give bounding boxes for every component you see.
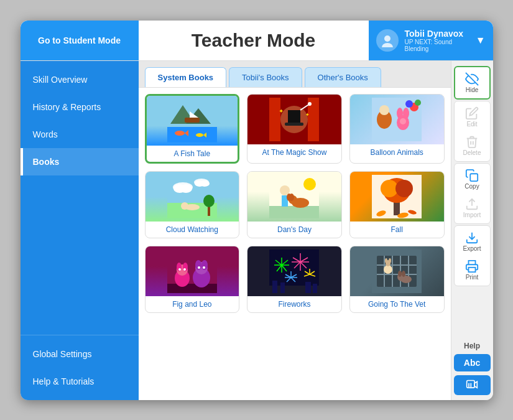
video-icon xyxy=(466,379,478,391)
app-window: Go to Student Mode Teacher Mode Tobii Dy… xyxy=(21,21,493,400)
svg-rect-107 xyxy=(305,282,311,293)
svg-point-36 xyxy=(180,184,192,193)
books-container: A Fish Tale xyxy=(139,87,451,400)
svg-rect-3 xyxy=(167,127,217,142)
svg-rect-45 xyxy=(269,206,319,218)
book-card-fireworks[interactable]: Fireworks xyxy=(247,246,342,313)
sidebar: Skill Overview History & Reports Words B… xyxy=(21,61,139,400)
svg-text:✦: ✦ xyxy=(305,112,310,118)
svg-point-71 xyxy=(198,266,200,269)
svg-point-123 xyxy=(398,271,402,277)
sidebar-item-books[interactable]: Books xyxy=(21,148,139,175)
books-grid: A Fish Tale xyxy=(145,94,445,313)
book-title-dans-day: Dan's Day xyxy=(274,222,315,238)
book-card-dans-day[interactable]: Dan's Day xyxy=(247,171,342,238)
svg-rect-108 xyxy=(313,284,317,293)
book-thumb-fall xyxy=(350,172,444,222)
svg-point-0 xyxy=(384,35,391,42)
book-card-cloud-watching[interactable]: Cloud Watching xyxy=(145,171,240,238)
user-details: Tobii Dynavox UP NEXT: Sound Blending xyxy=(405,29,469,52)
book-card-fall[interactable]: Fall xyxy=(349,171,445,238)
edit-button[interactable]: Edit xyxy=(457,104,488,130)
svg-point-46 xyxy=(303,178,316,190)
copy-button[interactable]: Copy xyxy=(457,166,488,192)
main-content: Skill Overview History & Reports Words B… xyxy=(21,61,493,400)
book-card-fig-leo[interactable]: Fig and Leo xyxy=(145,246,240,313)
edit-label: Edit xyxy=(466,121,477,128)
book-card-balloon-animals[interactable]: Balloon Animals xyxy=(349,94,445,164)
svg-rect-129 xyxy=(469,267,476,271)
help-label: Help xyxy=(464,342,480,350)
sidebar-item-help-tutorials[interactable]: Help & Tutorials xyxy=(21,368,139,395)
svg-point-39 xyxy=(200,180,210,187)
sidebar-item-history-reports[interactable]: History & Reports xyxy=(21,93,139,121)
action-group-copy-import: Copy Import xyxy=(454,163,491,224)
book-thumb-fireworks xyxy=(247,246,341,296)
svg-point-31 xyxy=(415,100,421,106)
dropdown-arrow-icon[interactable]: ▼ xyxy=(476,35,486,46)
book-card-fish-tale[interactable]: A Fish Tale xyxy=(145,94,240,164)
print-button[interactable]: Print xyxy=(457,257,488,283)
svg-point-56 xyxy=(381,180,398,197)
book-card-going-vet[interactable]: Going To The Vet xyxy=(349,246,445,313)
book-title-fish-tale: A Fish Tale xyxy=(170,146,214,162)
tab-others-books[interactable]: Other's Books xyxy=(305,67,381,87)
svg-rect-105 xyxy=(272,281,277,293)
svg-text:✦: ✦ xyxy=(279,108,284,114)
book-title-cloud-watching: Cloud Watching xyxy=(162,222,222,238)
header: Go to Student Mode Teacher Mode Tobii Dy… xyxy=(21,21,493,61)
delete-button[interactable]: Delete xyxy=(457,133,488,159)
book-title-magic-show: At The Magic Show xyxy=(259,144,331,161)
action-group-edit: Edit Delete xyxy=(454,101,491,162)
book-title-balloon-animals: Balloon Animals xyxy=(366,144,427,161)
svg-point-27 xyxy=(403,108,409,119)
book-title-fig-leo: Fig and Leo xyxy=(169,296,215,312)
svg-point-19 xyxy=(308,102,312,106)
book-card-magic-show[interactable]: ✦ ✦ At The Magic Show xyxy=(247,94,342,164)
sidebar-item-global-settings[interactable]: Global Settings xyxy=(21,340,139,368)
svg-point-43 xyxy=(203,195,215,207)
svg-point-73 xyxy=(178,268,181,271)
svg-marker-131 xyxy=(474,381,477,388)
hide-button[interactable]: Hide xyxy=(458,70,487,96)
sidebar-bottom: Global Settings Help & Tutorials xyxy=(21,335,139,400)
sidebar-item-words[interactable]: Words xyxy=(21,121,139,148)
user-info-area[interactable]: Tobii Dynavox UP NEXT: Sound Blending ▼ xyxy=(369,21,493,60)
copy-label: Copy xyxy=(464,183,479,190)
hide-label: Hide xyxy=(466,86,479,93)
book-title-going-vet: Going To The Vet xyxy=(364,296,429,312)
svg-point-120 xyxy=(389,258,391,263)
svg-point-26 xyxy=(397,108,403,119)
tab-system-books[interactable]: System Books xyxy=(145,67,227,87)
svg-point-41 xyxy=(181,202,188,210)
import-label: Import xyxy=(463,212,481,218)
svg-rect-6 xyxy=(185,118,200,123)
avatar xyxy=(376,29,399,52)
go-to-student-mode-button[interactable]: Go to Student Mode xyxy=(21,21,139,60)
export-button[interactable]: Export xyxy=(457,228,488,254)
svg-point-24 xyxy=(379,105,389,115)
help-abc-button[interactable]: Abc xyxy=(454,354,491,371)
tab-tobiis-books[interactable]: Tobii's Books xyxy=(229,67,302,87)
import-button[interactable]: Import xyxy=(457,195,488,221)
book-thumb-cloud-watching xyxy=(146,172,239,222)
svg-rect-126 xyxy=(470,174,478,181)
svg-point-119 xyxy=(385,258,387,263)
book-thumb-going-vet xyxy=(350,246,444,296)
svg-point-57 xyxy=(395,180,413,197)
content-area: System Books Tobii's Books Other's Books xyxy=(139,61,451,400)
svg-point-28 xyxy=(400,118,406,124)
print-label: Print xyxy=(466,274,479,281)
book-thumb-magic-show: ✦ ✦ xyxy=(247,95,341,144)
tabs-bar: System Books Tobii's Books Other's Books xyxy=(139,61,451,87)
export-label: Export xyxy=(463,245,481,252)
sidebar-item-skill-overview[interactable]: Skill Overview xyxy=(21,66,139,93)
book-title-fall: Fall xyxy=(387,222,406,238)
help-video-button[interactable] xyxy=(454,375,491,395)
svg-point-8 xyxy=(175,131,185,136)
svg-rect-110 xyxy=(377,256,417,287)
book-title-fireworks: Fireworks xyxy=(274,296,314,312)
right-panel: Hide Edit xyxy=(451,61,493,400)
user-name: Tobii Dynavox xyxy=(405,29,469,39)
svg-point-74 xyxy=(183,268,186,271)
